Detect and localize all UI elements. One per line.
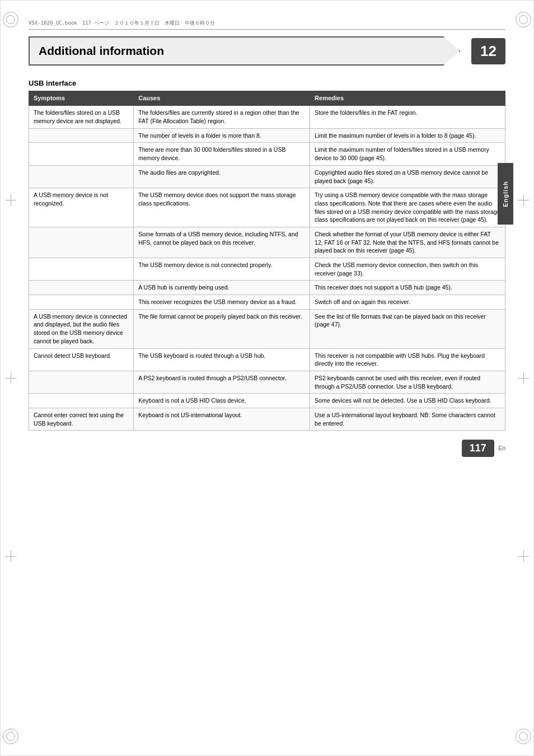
table-row: There are more than 30 000 folders/files… [29,143,505,165]
table-row: The folders/files stored on a USB memory… [29,106,505,128]
table-header: Symptoms Causes Remedies [29,91,505,106]
cell-remedies: Limit the maximum number of folders/file… [310,143,505,165]
page: English VSX-1020_UC.book 117 ページ ２０１０年１月… [0,0,534,756]
table-row: A USB memory device is connected and dis… [29,309,505,348]
cell-symptoms: The folders/files stored on a USB memory… [29,106,134,128]
table-row: The number of levels in a folder is more… [29,128,505,143]
bottom-right-circle [516,729,531,744]
table-row: Keyboard is not a USB HID Class device.S… [29,394,505,408]
cell-remedies: Store the folders/files in the FAT regio… [310,106,505,128]
table-row: Cannot enter correct text using the USB … [29,408,505,430]
cell-remedies: Switch off and on again this receiver. [310,295,505,310]
header-remedies: Remedies [310,91,505,106]
cell-causes: The USB keyboard is routed through a USB… [134,348,310,371]
page-content: VSX-1020_UC.book 117 ページ ２０１０年１月７日 木曜日 午… [1,1,533,473]
chapter-title-box: Additional information [29,36,460,66]
cell-causes: Some formats of a USB memory device, inc… [134,227,310,258]
page-lang: En [499,445,505,451]
cell-remedies: This receiver does not support a USB hub… [310,281,505,295]
chapter-title-container: Additional information [29,36,460,66]
left-margin-marks [1,1,21,755]
chapter-title: Additional information [39,44,164,57]
table-header-row: Symptoms Causes Remedies [29,91,505,106]
cell-symptoms: Cannot detect USB keyboard. [29,348,134,371]
bottom-left-circle [3,729,18,744]
cell-remedies: Try using a USB memory device compatible… [310,188,505,227]
page-footer: 117 En [29,431,505,461]
left-crosshair-bot [5,550,16,562]
table-row: The USB memory device is not connected p… [29,258,505,281]
cell-causes: The USB memory device does not support t… [134,188,310,227]
chapter-number: 12 [471,38,505,64]
cell-remedies: Use a US-international layout keyboard. … [310,408,505,430]
cell-causes: A PS2 keyboard is routed through a PS2/U… [134,371,310,393]
bottom-left-circle-inner [6,732,15,741]
print-info-text: VSX-1020_UC.book 117 ページ ２０１０年１月７日 木曜日 午… [29,20,215,27]
cell-causes: The folders/files are currently stored i… [134,106,310,128]
cell-symptoms [29,394,134,408]
table-row: Cannot detect USB keyboard.The USB keybo… [29,348,505,371]
cell-symptoms [29,143,134,165]
section-title: USB interface [29,79,505,87]
top-right-circle-inner [519,15,528,24]
cell-symptoms: Cannot enter correct text using the USB … [29,408,134,430]
cell-remedies: Check whether the format of your USB mem… [310,227,505,258]
cell-remedies: See the list of file formats that can be… [310,309,505,348]
top-left-circle-inner [6,15,15,24]
cell-causes: A USB hub is currently being used. [134,281,310,295]
print-info-bar: VSX-1020_UC.book 117 ページ ２０１０年１月７日 木曜日 午… [29,17,505,30]
left-crosshair-mid [5,372,16,384]
cell-remedies: Limit the maximum number of levels in a … [310,128,505,143]
table-row: A PS2 keyboard is routed through a PS2/U… [29,371,505,393]
cell-causes: The USB memory device is not connected p… [134,258,310,281]
cell-causes: The number of levels in a folder is more… [134,128,310,143]
right-crosshair-top [518,194,529,206]
cell-causes: Keyboard is not US-international layout. [134,408,310,430]
table-body: The folders/files stored on a USB memory… [29,106,505,431]
cell-symptoms [29,128,134,143]
left-crosshair-top [5,194,16,206]
table-row: Some formats of a USB memory device, inc… [29,227,505,258]
cell-causes: The audio files are copyrighted. [134,165,310,188]
header-causes: Causes [134,91,310,106]
cell-remedies: PS2 keyboards cannot be used with this r… [310,371,505,393]
right-crosshair-mid [518,372,529,384]
page-number-box: 117 [462,440,494,457]
cell-causes: The file format cannot be properly playe… [134,309,310,348]
table-row: A USB hub is currently being used.This r… [29,281,505,295]
cell-symptoms: A USB memory device is connected and dis… [29,309,134,348]
side-tab: English [498,163,513,225]
header-symptoms: Symptoms [29,91,134,106]
right-crosshair-bot [518,550,529,562]
cell-symptoms [29,281,134,295]
top-left-circle [3,12,18,27]
table-row: A USB memory device is not recognized.Th… [29,188,505,227]
cell-causes: There are more than 30 000 folders/files… [134,143,310,165]
cell-symptoms [29,295,134,310]
cell-remedies: Check the USB memory device connection, … [310,258,505,281]
cell-remedies: Copyrighted audio files stored on a USB … [310,165,505,188]
cell-causes: Keyboard is not a USB HID Class device. [134,394,310,408]
table-row: The audio files are copyrighted.Copyrigh… [29,165,505,188]
cell-symptoms [29,258,134,281]
cell-symptoms [29,227,134,258]
top-right-circle [516,12,531,27]
usb-table: Symptoms Causes Remedies The folders/fil… [29,91,505,431]
cell-symptoms [29,371,134,393]
cell-symptoms [29,165,134,188]
right-margin-marks [513,1,533,755]
bottom-right-circle-inner [519,732,528,741]
table-row: This receiver recognizes the USB memory … [29,295,505,310]
side-tab-label: English [502,181,509,207]
chapter-header: Additional information 12 [29,36,505,66]
cell-remedies: This receiver is not compatible with USB… [310,348,505,371]
cell-remedies: Some devices will not be detected. Use a… [310,394,505,408]
cell-symptoms: A USB memory device is not recognized. [29,188,134,227]
cell-causes: This receiver recognizes the USB memory … [134,295,310,310]
